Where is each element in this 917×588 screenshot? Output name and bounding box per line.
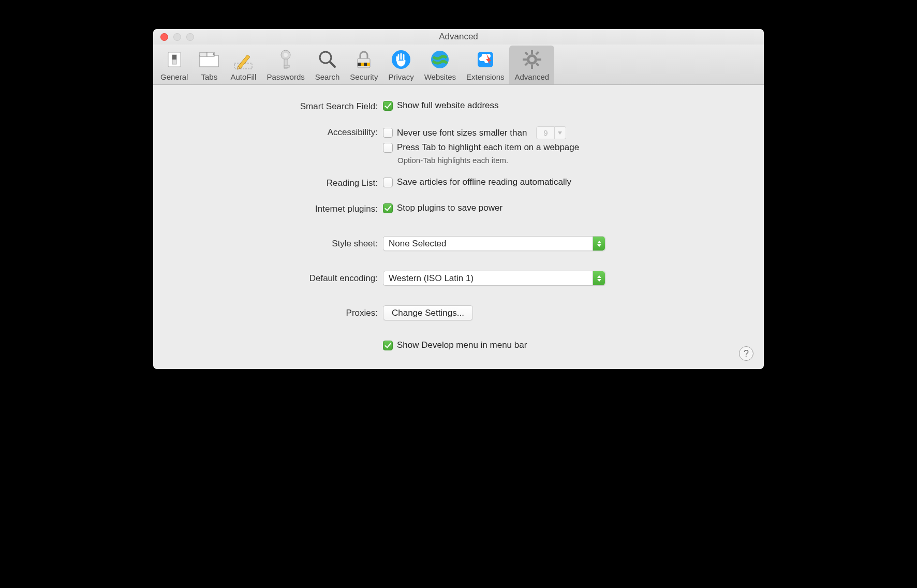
tab-websites[interactable]: Websites [419, 46, 461, 84]
smart-search-label: Smart Search Field: [166, 100, 383, 112]
gear-icon [521, 49, 543, 70]
svg-point-33 [529, 57, 535, 62]
stylesheet-select[interactable]: None Selected [383, 236, 605, 251]
tab-autofill[interactable]: AutoFill [225, 46, 261, 84]
stop-plugins-label: Stop plugins to save power [397, 203, 502, 213]
preferences-toolbar: General + Tabs AutoFill Passwords Search [153, 45, 764, 85]
tab-label: Websites [424, 72, 456, 81]
svg-rect-31 [535, 51, 539, 55]
show-develop-menu-label: Show Develop menu in menu bar [397, 340, 527, 350]
change-settings-button[interactable]: Change Settings... [383, 305, 473, 320]
updown-icon [593, 271, 605, 285]
preferences-window: Advanced General + Tabs AutoFill Passwo [153, 29, 764, 369]
press-tab-label: Press Tab to highlight each item on a we… [397, 142, 579, 153]
svg-rect-26 [531, 65, 533, 69]
tab-label: Search [315, 72, 340, 81]
svg-rect-19 [364, 63, 367, 66]
svg-rect-27 [523, 58, 527, 61]
encoding-select[interactable]: Western (ISO Latin 1) [383, 271, 605, 286]
tab-label: General [160, 72, 188, 81]
tab-extensions[interactable]: Extensions [461, 46, 509, 84]
tab-label: Privacy [388, 72, 413, 81]
tab-tabs[interactable]: + Tabs [193, 46, 225, 84]
tab-label: Tabs [201, 72, 218, 81]
tab-search[interactable]: Search [310, 46, 345, 84]
tab-security[interactable]: Security [345, 46, 383, 84]
svg-rect-25 [531, 50, 533, 54]
svg-rect-29 [524, 51, 528, 55]
show-develop-menu-checkbox[interactable] [383, 341, 393, 350]
key-icon [275, 49, 297, 70]
switch-icon [164, 49, 185, 70]
stop-plugins-checkbox[interactable] [383, 203, 393, 213]
min-font-size-label: Never use font sizes smaller than [397, 128, 527, 138]
internet-plugins-label: Internet plugins: [166, 203, 383, 214]
window-title: Advanced [153, 32, 764, 42]
pencil-icon [232, 49, 254, 70]
show-full-address-label: Show full website address [397, 100, 499, 111]
svg-rect-13 [284, 65, 289, 67]
svg-rect-2 [172, 55, 176, 60]
svg-rect-18 [358, 63, 361, 66]
spacer [166, 340, 383, 341]
min-font-size-stepper[interactable]: 9 [536, 126, 566, 139]
svg-rect-30 [535, 62, 539, 66]
tab-label: Extensions [466, 72, 504, 81]
tab-general[interactable]: General [155, 46, 193, 84]
tabs-icon: + [198, 49, 220, 70]
puzzle-icon [475, 49, 496, 70]
show-full-address-checkbox[interactable] [383, 101, 393, 111]
hand-icon [390, 49, 412, 70]
tab-label: AutoFill [230, 72, 256, 81]
svg-rect-28 [537, 58, 541, 61]
lock-icon [353, 49, 375, 70]
reading-list-label: Reading List: [166, 177, 383, 188]
titlebar: Advanced [153, 29, 764, 45]
svg-rect-4 [200, 52, 207, 56]
change-settings-label: Change Settings... [392, 308, 464, 318]
option-tab-hint: Option-Tab highlights each item. [397, 156, 751, 165]
proxies-label: Proxies: [166, 305, 383, 318]
tab-label: Passwords [267, 72, 304, 81]
svg-marker-8 [238, 55, 250, 68]
help-icon: ? [744, 348, 749, 359]
encoding-value: Western (ISO Latin 1) [383, 273, 479, 284]
updown-icon [593, 237, 605, 251]
svg-text:+: + [212, 52, 215, 57]
accessibility-label: Accessibility: [166, 126, 383, 138]
svg-line-15 [330, 62, 335, 67]
tab-privacy[interactable]: Privacy [383, 46, 419, 84]
svg-point-11 [284, 53, 288, 57]
magnifier-icon [317, 49, 338, 70]
save-offline-label: Save articles for offline reading automa… [397, 177, 571, 187]
tab-label: Security [350, 72, 378, 81]
min-font-size-checkbox[interactable] [383, 128, 393, 138]
stylesheet-value: None Selected [383, 239, 452, 249]
svg-rect-3 [200, 55, 218, 67]
content-area: Smart Search Field: Show full website ad… [153, 85, 764, 369]
encoding-label: Default encoding: [166, 271, 383, 284]
tab-advanced[interactable]: Advanced [509, 46, 554, 84]
min-font-size-value: 9 [536, 126, 555, 139]
help-button[interactable]: ? [739, 346, 753, 361]
stylesheet-label: Style sheet: [166, 236, 383, 249]
tab-label: Advanced [514, 72, 549, 81]
globe-icon [429, 49, 451, 70]
press-tab-checkbox[interactable] [383, 143, 393, 153]
chevron-down-icon [555, 126, 566, 139]
tab-passwords[interactable]: Passwords [261, 46, 309, 84]
save-offline-checkbox[interactable] [383, 178, 393, 187]
